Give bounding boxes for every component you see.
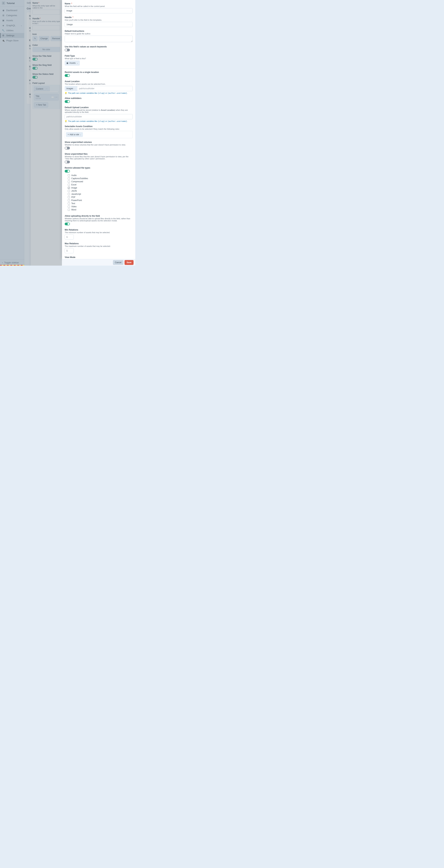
file-type-label: Compressed bbox=[71, 180, 83, 183]
checkbox-icon bbox=[68, 196, 70, 198]
field-handle-help: How you'll refer to this field in the te… bbox=[65, 19, 133, 21]
checkbox-icon bbox=[68, 190, 70, 192]
field-name-help: What this field will be called in the co… bbox=[65, 5, 133, 7]
file-type-option[interactable]: JSON bbox=[68, 189, 133, 192]
add-rule-button[interactable]: + Add a rule ⌄ bbox=[66, 132, 83, 137]
default-upload-hint: 💡 The path can contain variables like {s… bbox=[65, 120, 133, 122]
show-unperm-files-toggle[interactable] bbox=[65, 161, 70, 163]
file-type-label: Image bbox=[71, 187, 77, 189]
show-unperm-files-help: Whether to show files that the user does… bbox=[65, 156, 133, 160]
field-type-select[interactable]: ▣ Assets ⌄ bbox=[65, 60, 80, 66]
default-upload-input[interactable] bbox=[65, 114, 133, 119]
field-name-input[interactable] bbox=[65, 8, 133, 13]
allow-upload-label: Allow uploading directly to the field bbox=[65, 215, 133, 217]
allow-upload-help: Whether authors should be able to upload… bbox=[65, 218, 133, 222]
field-settings-panel: Name * What this field will be called in… bbox=[62, 0, 135, 259]
file-type-label: PDF bbox=[71, 196, 75, 198]
overlay-dim[interactable] bbox=[0, 0, 62, 266]
checkbox-icon bbox=[68, 174, 70, 176]
checkbox-icon bbox=[68, 193, 70, 195]
file-type-option[interactable]: Text bbox=[68, 202, 133, 205]
file-type-option[interactable]: PowerPoint bbox=[68, 199, 133, 202]
cancel-button[interactable]: Cancel bbox=[113, 260, 124, 265]
checkbox-icon: ✓ bbox=[68, 187, 70, 189]
file-type-label: Video bbox=[71, 205, 76, 208]
file-type-option[interactable]: Captions/Subtitles bbox=[68, 177, 133, 180]
checkbox-icon bbox=[68, 209, 70, 211]
file-type-label: Text bbox=[71, 202, 75, 205]
search-keywords-toggle[interactable] bbox=[65, 49, 70, 51]
asset-location-label: Asset Location bbox=[65, 80, 133, 83]
file-type-option[interactable]: Video bbox=[68, 205, 133, 208]
field-type-help: What type of field is this? bbox=[65, 58, 133, 60]
instructions-input[interactable] bbox=[65, 36, 133, 42]
file-type-option[interactable]: JavaScript bbox=[68, 192, 133, 196]
max-relations-help: The maximum number of assets that may be… bbox=[65, 245, 133, 247]
instructions-help: Helper text to guide the author. bbox=[65, 33, 133, 35]
show-unperm-volumes-label: Show unpermitted volumes bbox=[65, 141, 133, 144]
plus-icon: + bbox=[68, 133, 69, 136]
selectable-cond-label: Selectable Assets Condition bbox=[65, 125, 133, 128]
restrict-file-types-label: Restrict allowed file types bbox=[65, 167, 133, 169]
min-relations-input[interactable] bbox=[65, 235, 74, 240]
asset-location-help: The location where assets can be selecte… bbox=[65, 83, 133, 85]
checkbox-icon bbox=[68, 181, 70, 183]
checkbox-icon bbox=[68, 184, 70, 186]
show-unperm-volumes-toggle[interactable] bbox=[65, 147, 70, 150]
file-type-label: PowerPoint bbox=[71, 199, 82, 202]
asset-subfolder-input[interactable] bbox=[77, 86, 133, 91]
file-type-label: Captions/Subtitles bbox=[71, 177, 88, 180]
save-button[interactable]: Save bbox=[125, 260, 134, 265]
checkbox-icon bbox=[68, 206, 70, 208]
checkbox-icon bbox=[68, 178, 70, 180]
file-type-label: Excel bbox=[71, 184, 76, 186]
field-handle-input[interactable] bbox=[65, 22, 133, 27]
file-type-option[interactable]: Audio bbox=[68, 174, 133, 177]
slideout-footer: Cancel Save bbox=[62, 259, 135, 266]
search-keywords-label: Use this field's values as search keywor… bbox=[65, 45, 133, 48]
chevron-down-icon: ⌄ bbox=[80, 134, 81, 135]
lightbulb-icon: 💡 bbox=[65, 120, 67, 122]
condition-builder: + Add a rule ⌄ bbox=[65, 131, 133, 138]
dev-mode-stripes bbox=[0, 265, 24, 266]
asset-location-hint: 💡 The path can contain variables like {s… bbox=[65, 92, 133, 94]
file-type-list: AudioCaptions/SubtitlesCompressedExcel✓I… bbox=[65, 173, 133, 212]
asset-volume-select[interactable]: Images ⌄ bbox=[65, 86, 77, 91]
max-relations-input[interactable] bbox=[65, 248, 74, 253]
show-unperm-files-label: Show unpermitted files bbox=[65, 153, 133, 155]
chevron-down-icon: ⌄ bbox=[74, 88, 76, 89]
instructions-label: Default Instructions bbox=[65, 30, 133, 32]
field-type-label: Field Type bbox=[65, 55, 133, 57]
file-type-option[interactable]: Excel bbox=[68, 183, 133, 186]
allow-subfolders-label: Allow subfolders bbox=[65, 97, 133, 99]
file-type-label: Audio bbox=[71, 174, 77, 177]
checkbox-icon bbox=[68, 203, 70, 205]
checkbox-icon bbox=[68, 199, 70, 202]
file-type-option[interactable]: ✓Image bbox=[68, 186, 133, 189]
min-relations-label: Min Relations bbox=[65, 229, 133, 231]
file-type-option[interactable]: Compressed bbox=[68, 180, 133, 183]
file-type-option[interactable]: PDF bbox=[68, 196, 133, 199]
max-relations-label: Max Relations bbox=[65, 242, 133, 245]
field-name-label: Name * bbox=[65, 2, 133, 5]
show-unperm-volumes-help: Whether to show volumes that the user do… bbox=[65, 144, 133, 146]
assets-icon: ▣ bbox=[66, 62, 68, 64]
restrict-file-types-toggle[interactable] bbox=[65, 170, 70, 173]
file-type-label: Word bbox=[71, 209, 76, 211]
file-type-option[interactable]: Word bbox=[68, 208, 133, 211]
selectable-cond-help: Only allow assets to be selected if they… bbox=[65, 128, 133, 130]
allow-upload-toggle[interactable] bbox=[65, 222, 70, 225]
restrict-single-label: Restrict assets to a single location bbox=[65, 71, 133, 73]
file-type-label: JavaScript bbox=[71, 193, 81, 195]
min-relations-help: The minimum number of assets that may be… bbox=[65, 231, 133, 234]
restrict-single-toggle[interactable] bbox=[65, 74, 70, 77]
view-mode-label: View Mode bbox=[65, 256, 133, 258]
chevron-down-icon: ⌄ bbox=[77, 62, 78, 64]
lightbulb-icon: 💡 bbox=[65, 92, 67, 94]
field-handle-label: Handle * bbox=[65, 16, 133, 19]
default-upload-help: Where assets should be stored (relative … bbox=[65, 109, 133, 113]
default-upload-label: Default Upload Location bbox=[65, 106, 133, 109]
allow-subfolders-toggle[interactable] bbox=[65, 100, 70, 103]
file-type-label: JSON bbox=[71, 190, 77, 192]
